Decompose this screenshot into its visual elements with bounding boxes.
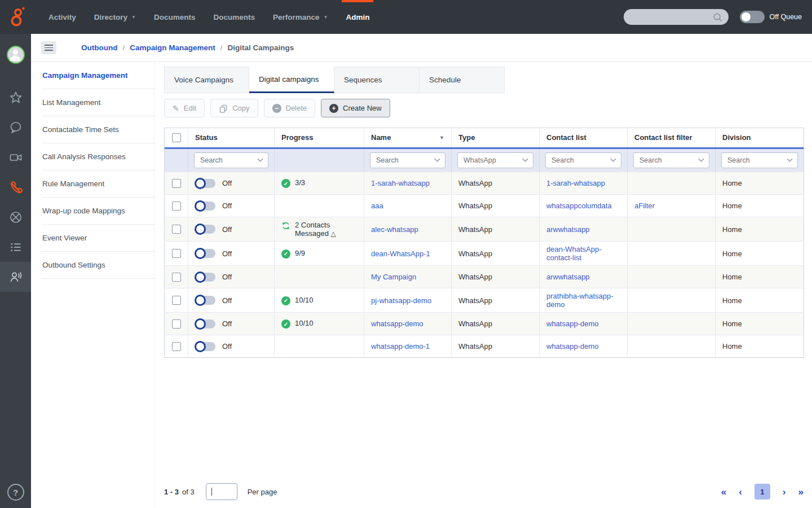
nav-item-documents-2[interactable]: Documents	[205, 0, 264, 34]
global-search-input[interactable]	[632, 13, 712, 21]
per-page-input[interactable]	[206, 483, 237, 500]
avatar-shoulders	[10, 55, 20, 61]
chat-button[interactable]	[0, 112, 31, 142]
row-checkbox[interactable]	[172, 179, 181, 188]
column-header-name[interactable]: Name▼	[364, 128, 452, 147]
campaign-name-link[interactable]: My Campaign	[371, 273, 416, 281]
global-search[interactable]	[624, 9, 729, 25]
nav-label: Documents	[214, 13, 255, 21]
favorites-button[interactable]	[0, 82, 31, 112]
sidebar-item-campaign-management[interactable]: Campaign Management	[42, 62, 155, 89]
campaign-name-link[interactable]: 1-sarah-whatsapp	[371, 179, 430, 187]
calls-disabled-button[interactable]	[0, 172, 31, 202]
division-text: Home	[722, 225, 742, 234]
contact-list-filter-link[interactable]: aFilter	[634, 202, 655, 210]
name-filter-select[interactable]: Search	[370, 152, 445, 168]
webrtc-button[interactable]	[0, 202, 31, 232]
nav-label: Documents	[154, 13, 196, 21]
genesys-logo-icon[interactable]	[9, 6, 26, 28]
select-all-checkbox[interactable]	[172, 133, 181, 142]
campaign-name-link[interactable]: alec-whatsapp	[371, 225, 418, 234]
status-toggle[interactable]	[195, 273, 215, 282]
contact-list-link[interactable]: dean-WhatsApp-contact-list	[546, 245, 602, 262]
sidebar-item-wrap-up-code-mappings[interactable]: Wrap-up code Mappings	[42, 198, 155, 225]
row-checkbox[interactable]	[172, 342, 181, 351]
campaign-name-link[interactable]: whatsapp-demo-1	[371, 342, 430, 351]
sidebar-item-rule-management[interactable]: Rule Management	[42, 170, 155, 198]
sidebar-item-event-viewer[interactable]: Event Viewer	[42, 225, 155, 252]
status-toggle[interactable]	[195, 249, 215, 258]
column-header-contact-list[interactable]: Contact list	[540, 128, 628, 147]
status-toggle[interactable]	[195, 342, 215, 351]
create-new-button[interactable]: + Create New	[321, 99, 390, 117]
previous-page-button[interactable]: ‹	[739, 487, 742, 497]
contact-list-filter-filter-select[interactable]: Search	[633, 152, 709, 168]
nav-item-performance[interactable]: Performance ▼	[264, 0, 337, 34]
status-toggle[interactable]	[195, 225, 215, 234]
row-checkbox[interactable]	[172, 296, 181, 305]
avatar[interactable]	[7, 46, 25, 64]
tab-schedule[interactable]: Schedule	[420, 67, 505, 93]
copy-button[interactable]: Copy	[210, 99, 258, 117]
row-checkbox[interactable]	[172, 202, 181, 211]
off-queue-toggle[interactable]	[740, 11, 765, 23]
menu-toggle-button[interactable]	[41, 41, 56, 54]
sidebar-item-contactable-time-sets[interactable]: Contactable Time Sets	[42, 116, 155, 143]
contact-list-link[interactable]: 1-sarah-whatsapp	[546, 179, 605, 187]
agent-button[interactable]	[0, 262, 31, 292]
column-header-status[interactable]: Status	[188, 128, 275, 147]
column-header-division[interactable]: Division	[716, 128, 804, 147]
delete-button[interactable]: − Delete	[264, 99, 316, 117]
contact-list-link[interactable]: whatsappcolumdata	[546, 202, 612, 210]
next-page-button[interactable]: ›	[783, 487, 786, 497]
row-checkbox[interactable]	[172, 249, 181, 258]
contact-list-link[interactable]: whatsapp-demo	[546, 319, 599, 328]
column-header-progress[interactable]: Progress	[275, 128, 364, 147]
campaign-name-link[interactable]: pj-whatsapp-demo	[371, 296, 431, 305]
contact-list-link[interactable]: arwwhatsapp	[546, 225, 590, 234]
row-checkbox[interactable]	[172, 273, 181, 282]
contact-list-filter-select[interactable]: Search	[545, 152, 621, 168]
contact-list-link[interactable]: arwwhatsapp	[546, 273, 590, 281]
contact-list-link[interactable]: whatsapp-demo	[546, 342, 599, 351]
video-button[interactable]	[0, 142, 31, 172]
type-filter-select[interactable]: WhatsApp	[457, 152, 533, 168]
sidebar-item-outbound-settings[interactable]: Outbound Settings	[42, 252, 155, 279]
status-toggle[interactable]	[195, 296, 215, 305]
help-button[interactable]: ?	[7, 484, 24, 501]
row-checkbox[interactable]	[172, 319, 181, 329]
row-checkbox[interactable]	[172, 225, 181, 234]
edit-button[interactable]: ✎ Edit	[164, 99, 205, 117]
contact-list-link[interactable]: prathibha-whatsapp-demo	[546, 292, 614, 309]
sidebar-item-list-management[interactable]: List Management	[42, 89, 155, 116]
campaign-name-link[interactable]: whatsapp-demo	[371, 319, 423, 328]
list-button[interactable]	[0, 232, 31, 262]
last-page-button[interactable]: »	[798, 487, 804, 497]
status-toggle[interactable]	[195, 319, 215, 329]
breadcrumb-link-outbound[interactable]: Outbound	[81, 43, 117, 52]
nav-item-activity[interactable]: Activity	[39, 0, 85, 34]
pagination-summary: 1 - 3 of 3 Per page	[164, 483, 277, 500]
first-page-button[interactable]: «	[721, 487, 726, 497]
sidebar-item-call-analysis-responses[interactable]: Call Analysis Responses	[42, 143, 155, 170]
breadcrumb-link-campaign-management[interactable]: Campaign Management	[130, 43, 215, 52]
status-toggle[interactable]	[195, 179, 215, 188]
tab-digital-campaigns[interactable]: Digital campaigns	[249, 67, 334, 93]
division-filter-select[interactable]: Search	[721, 152, 798, 168]
progress-text: 10/10	[295, 319, 314, 327]
toggle-knob	[742, 12, 751, 21]
campaign-name-link[interactable]: dean-WhatsApp-1	[371, 249, 430, 258]
status-filter-select[interactable]: Search	[194, 152, 268, 168]
minus-circle-icon: −	[272, 104, 281, 113]
nav-item-admin[interactable]: Admin	[337, 0, 378, 34]
column-header-contact-list-filter[interactable]: Contact list filter	[628, 128, 716, 147]
nav-item-documents-1[interactable]: Documents	[145, 0, 205, 34]
status-toggle[interactable]	[195, 202, 215, 211]
status-label: Off	[222, 249, 232, 258]
tab-voice-campaigns[interactable]: Voice Campaigns	[164, 67, 249, 93]
current-page-button[interactable]: 1	[754, 484, 770, 500]
nav-item-directory[interactable]: Directory ▼	[85, 0, 145, 34]
column-header-type[interactable]: Type	[452, 128, 540, 147]
tab-sequences[interactable]: Sequences	[334, 67, 420, 93]
campaign-name-link[interactable]: aaa	[371, 202, 383, 210]
